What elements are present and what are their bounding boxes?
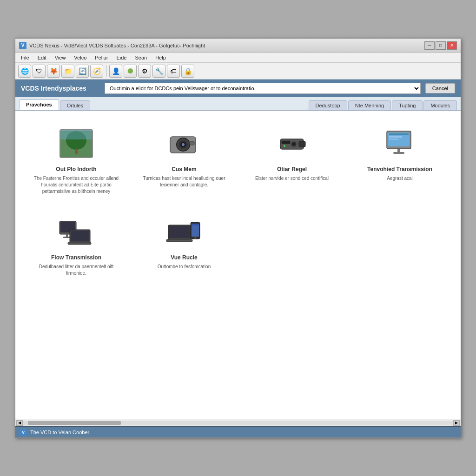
grid-item-5[interactable]: Flow Transmission Dedulbased litter da p… bbox=[25, 209, 128, 281]
svg-rect-20 bbox=[389, 136, 402, 138]
tab-ortules[interactable]: Ortules bbox=[60, 100, 90, 110]
svg-rect-12 bbox=[299, 141, 305, 147]
svg-rect-22 bbox=[397, 149, 400, 152]
scroll-left-button[interactable]: ◀ bbox=[16, 420, 23, 426]
svg-rect-10 bbox=[190, 141, 194, 145]
item-desc-4: Aegrast acal bbox=[387, 175, 413, 182]
grid-item-2[interactable]: Cus Mem Turnicas hast keur indal heallud… bbox=[132, 120, 236, 199]
svg-point-16 bbox=[284, 145, 285, 147]
item-desc-6: Outtombe to fesfomcation bbox=[158, 264, 211, 270]
item-icon-4 bbox=[379, 125, 421, 162]
window-title: VCDS Nexus - VidB/ViecI VCDS Softuates -… bbox=[29, 43, 205, 48]
tab-bar-left: Pravchoes Ortules bbox=[19, 99, 90, 110]
svg-rect-33 bbox=[166, 239, 192, 242]
svg-rect-3 bbox=[75, 149, 78, 154]
cancel-button[interactable]: Cancel bbox=[425, 83, 455, 93]
menu-pellur[interactable]: Pellur bbox=[91, 54, 112, 61]
toolbar-btn-folder[interactable]: 📁 bbox=[61, 65, 74, 78]
svg-rect-35 bbox=[192, 224, 199, 237]
device-icon bbox=[273, 127, 311, 160]
item-title-5: Flow Transmission bbox=[51, 254, 101, 261]
item-desc-1: The Fasterne Fronties and occuler allend… bbox=[29, 175, 123, 195]
svg-point-9 bbox=[182, 143, 185, 146]
toolbar-btn-fox[interactable]: 🦊 bbox=[47, 65, 60, 78]
grid-empty-1 bbox=[240, 209, 344, 281]
minimize-button[interactable]: ─ bbox=[424, 41, 435, 50]
item-title-1: Out Plo Indorth bbox=[56, 166, 96, 172]
toolbar-btn-user[interactable]: 👤 bbox=[109, 65, 122, 78]
scroll-right-button[interactable]: ▶ bbox=[453, 420, 460, 426]
grid-item-6[interactable]: Vue Rucle Outtombe to fesfomcation bbox=[132, 209, 236, 281]
tab-bar-right: Dedustoop Nte Menning Tupting Modules bbox=[309, 100, 457, 110]
grid-item-4[interactable]: Tenvohied Transmission Aegrast acal bbox=[348, 120, 451, 199]
title-bar: V VCDS Nexus - VidB/ViecI VCDS Softuates… bbox=[15, 39, 461, 53]
item-title-2: Cus Mem bbox=[172, 166, 196, 172]
item-icon-3 bbox=[271, 125, 313, 162]
title-bar-left: V VCDS Nexus - VidB/ViecI VCDS Softuates… bbox=[19, 42, 205, 49]
toolbar-btn-refresh[interactable]: 🔄 bbox=[76, 65, 89, 78]
menu-eide[interactable]: Eide bbox=[112, 54, 130, 61]
main-window: V VCDS Nexus - VidB/ViecI VCDS Softuates… bbox=[15, 38, 461, 438]
toolbar-separator bbox=[106, 66, 106, 77]
item-icon-6 bbox=[163, 213, 205, 251]
svg-rect-36 bbox=[192, 224, 199, 225]
laptop-phone-icon bbox=[165, 216, 203, 248]
main-panel: Out Plo Indorth The Fasterne Fronties an… bbox=[15, 111, 461, 419]
grid-empty-2 bbox=[348, 209, 451, 281]
header-dropdown[interactable]: Ouctimin a elicit for DCDCs pein Vellswa… bbox=[105, 83, 421, 94]
grid-item-1[interactable]: Out Plo Indorth The Fasterne Fronties an… bbox=[25, 120, 128, 199]
tab-nte-menning[interactable]: Nte Menning bbox=[348, 100, 391, 110]
scroll-track[interactable] bbox=[23, 421, 453, 425]
scroll-thumb[interactable] bbox=[28, 421, 121, 425]
item-icon-2 bbox=[163, 125, 205, 162]
tab-pravchoes[interactable]: Pravchoes bbox=[19, 99, 59, 110]
close-button[interactable]: ✕ bbox=[447, 41, 457, 50]
menu-view[interactable]: View bbox=[51, 54, 70, 61]
tab-dedustoop[interactable]: Dedustoop bbox=[309, 100, 347, 110]
svg-rect-29 bbox=[71, 231, 89, 241]
toolbar-btn-settings[interactable]: ⚙ bbox=[138, 65, 151, 78]
item-icon-1 bbox=[55, 125, 97, 162]
window-controls: ─ □ ✕ bbox=[424, 41, 457, 50]
svg-rect-21 bbox=[389, 139, 398, 140]
grid-item-3[interactable]: Otiar Regel Elster narvide er sond ced c… bbox=[240, 120, 344, 199]
svg-rect-32 bbox=[169, 226, 190, 238]
toolbar-btn-lock[interactable]: 🔒 bbox=[181, 65, 194, 78]
menu-edit[interactable]: Edit bbox=[34, 54, 50, 61]
maximize-button[interactable]: □ bbox=[436, 41, 446, 50]
item-desc-5: Dedulbased litter da paermentelt oift fi… bbox=[29, 264, 123, 277]
horizontal-scrollbar: ◀ ▶ bbox=[15, 419, 461, 426]
svg-rect-19 bbox=[389, 133, 409, 135]
toolbar-btn-nav[interactable]: 🧭 bbox=[90, 65, 103, 78]
tab-tupting[interactable]: Tupting bbox=[392, 100, 423, 110]
toolbar-btn-globe[interactable]: 🌐 bbox=[18, 65, 31, 78]
svg-point-37 bbox=[194, 237, 196, 239]
status-bar: V The VCD to Velan Coober bbox=[15, 426, 461, 437]
status-icon: V bbox=[20, 429, 26, 436]
item-desc-2: Turnicas hast keur indal healluding ouer… bbox=[137, 175, 231, 188]
computers-icon bbox=[58, 216, 95, 248]
toolbar-btn-shield[interactable]: 🛡 bbox=[33, 65, 46, 78]
tab-bar: Pravchoes Ortules Dedustoop Nte Menning … bbox=[15, 97, 461, 111]
item-icon-5 bbox=[55, 213, 97, 251]
menu-file[interactable]: File bbox=[17, 54, 33, 61]
header-bar: VCDS Irtendysplaces Ouctimin a elicit fo… bbox=[15, 79, 461, 97]
menu-velco[interactable]: Velco bbox=[70, 54, 90, 61]
toolbar-btn-tag[interactable]: 🏷 bbox=[167, 65, 180, 78]
status-text: The VCD to Velan Coober bbox=[30, 430, 89, 435]
menu-help[interactable]: Help bbox=[152, 54, 170, 61]
item-title-3: Otiar Regel bbox=[277, 166, 307, 172]
items-grid-row1: Out Plo Indorth The Fasterne Fronties an… bbox=[25, 120, 451, 199]
content-area: Pravchoes Ortules Dedustoop Nte Menning … bbox=[15, 97, 461, 426]
items-grid-row2: Flow Transmission Dedulbased litter da p… bbox=[25, 209, 451, 281]
app-icon: V bbox=[19, 42, 26, 49]
item-title-6: Vue Rucle bbox=[171, 254, 198, 261]
tab-modules[interactable]: Modules bbox=[423, 100, 457, 110]
menu-bar: File Edit View Velco Pellur Eide Sean He… bbox=[15, 53, 461, 63]
toolbar-btn-green[interactable]: 🟢 bbox=[124, 65, 137, 78]
menu-sean[interactable]: Sean bbox=[131, 54, 151, 61]
svg-rect-4 bbox=[60, 130, 92, 139]
item-title-4: Tenvohied Transmission bbox=[367, 166, 432, 172]
toolbar-btn-wrench[interactable]: 🔧 bbox=[152, 65, 165, 78]
toolbar: 🌐 🛡 🦊 📁 🔄 🧭 👤 🟢 ⚙ 🔧 🏷 🔒 bbox=[15, 63, 461, 79]
